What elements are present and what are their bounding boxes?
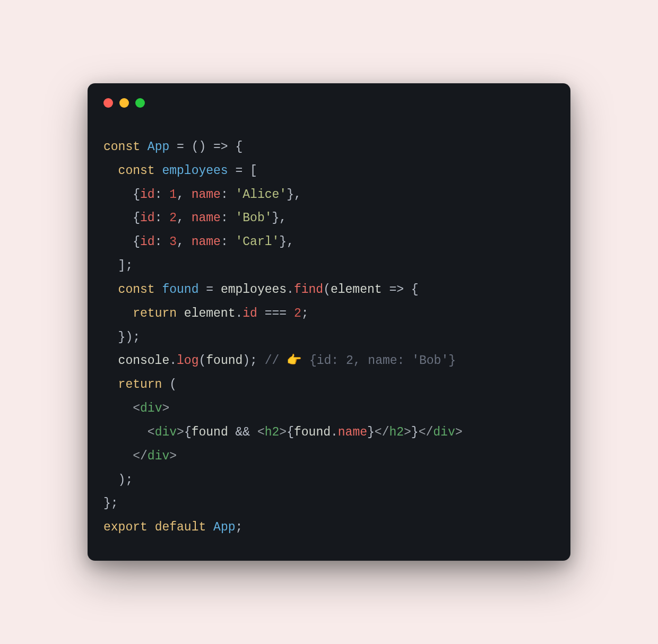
code-line: {id: 3, name: 'Carl'}, — [103, 235, 294, 249]
close-icon[interactable] — [103, 98, 113, 108]
code-line: {id: 2, name: 'Bob'}, — [103, 211, 287, 225]
code-line: console.log(found); // 👉 {id: 2, name: '… — [103, 354, 456, 368]
code-line: <div> — [103, 402, 169, 415]
code-window: const App = () => { const employees = [ … — [88, 83, 570, 561]
code-line: const found = employees.find(element => … — [103, 283, 419, 297]
code-line: </div> — [103, 449, 177, 463]
code-line: const employees = [ — [103, 164, 257, 178]
code-block: const App = () => { const employees = [ … — [103, 135, 555, 539]
code-line: export default App; — [103, 520, 243, 534]
code-line: ); — [103, 473, 133, 487]
code-line: }); — [103, 330, 140, 344]
pointing-right-icon: 👉 — [287, 354, 302, 368]
code-line: }; — [103, 497, 118, 510]
code-line: ]; — [103, 259, 133, 273]
code-line: const App = () => { — [103, 140, 243, 154]
code-line: <div>{found && <h2>{found.name}</h2>}</d… — [103, 425, 463, 439]
zoom-icon[interactable] — [135, 98, 145, 108]
minimize-icon[interactable] — [119, 98, 129, 108]
code-line: return ( — [103, 378, 177, 391]
traffic-lights — [103, 98, 555, 108]
code-line: {id: 1, name: 'Alice'}, — [103, 188, 301, 202]
code-line: return element.id === 2; — [103, 307, 309, 320]
